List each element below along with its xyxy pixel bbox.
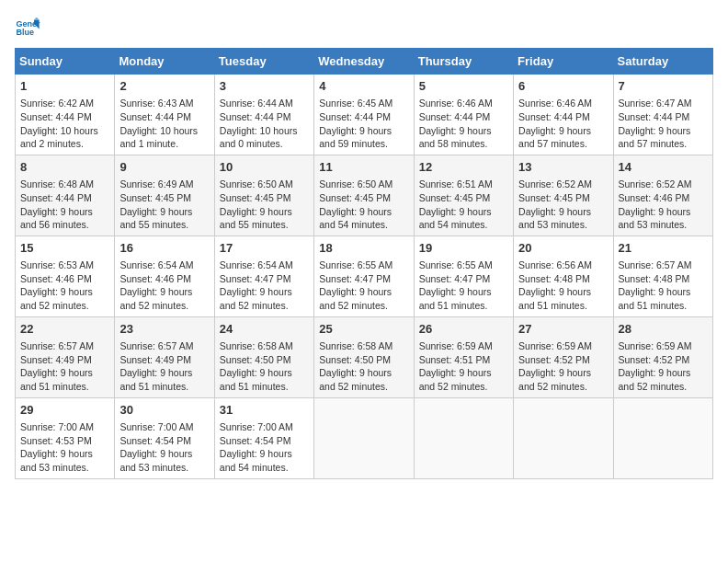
calendar-day-cell: 11Sunrise: 6:50 AMSunset: 4:45 PMDayligh… xyxy=(314,155,414,236)
day-number: 28 xyxy=(619,321,708,338)
calendar-day-cell: 30Sunrise: 7:00 AMSunset: 4:54 PMDayligh… xyxy=(115,397,214,478)
calendar-day-cell: 15Sunrise: 6:53 AMSunset: 4:46 PMDayligh… xyxy=(16,236,115,316)
day-number: 17 xyxy=(220,240,309,257)
calendar-day-cell: 24Sunrise: 6:58 AMSunset: 4:50 PMDayligh… xyxy=(214,316,313,397)
day-number: 26 xyxy=(419,321,508,338)
day-number: 12 xyxy=(419,159,508,176)
day-info: Sunrise: 6:59 AMSunset: 4:52 PMDaylight:… xyxy=(619,339,708,394)
calendar-day-cell xyxy=(314,397,414,478)
day-info: Sunrise: 7:00 AMSunset: 4:54 PMDaylight:… xyxy=(220,420,309,475)
day-info: Sunrise: 6:46 AMSunset: 4:44 PMDaylight:… xyxy=(518,97,608,151)
calendar-week-row: 8Sunrise: 6:48 AMSunset: 4:44 PMDaylight… xyxy=(16,155,713,236)
calendar-week-row: 1Sunrise: 6:42 AMSunset: 4:44 PMDaylight… xyxy=(16,75,713,155)
day-number: 15 xyxy=(20,240,109,257)
calendar-day-cell: 25Sunrise: 6:58 AMSunset: 4:50 PMDayligh… xyxy=(314,316,414,397)
calendar-day-header: Thursday xyxy=(414,49,513,75)
day-info: Sunrise: 6:52 AMSunset: 4:46 PMDaylight:… xyxy=(619,178,708,232)
day-info: Sunrise: 6:50 AMSunset: 4:45 PMDaylight:… xyxy=(319,178,408,232)
page-header: General Blue xyxy=(15,15,713,40)
day-number: 3 xyxy=(220,78,309,95)
day-info: Sunrise: 6:54 AMSunset: 4:46 PMDaylight:… xyxy=(119,259,209,313)
calendar-day-header: Friday xyxy=(514,49,613,75)
day-info: Sunrise: 6:49 AMSunset: 4:45 PMDaylight:… xyxy=(119,178,209,232)
day-info: Sunrise: 6:44 AMSunset: 4:44 PMDaylight:… xyxy=(220,97,309,151)
day-info: Sunrise: 6:58 AMSunset: 4:50 PMDaylight:… xyxy=(319,339,408,394)
calendar-day-cell: 1Sunrise: 6:42 AMSunset: 4:44 PMDaylight… xyxy=(16,75,115,155)
calendar-day-cell: 27Sunrise: 6:59 AMSunset: 4:52 PMDayligh… xyxy=(514,316,613,397)
calendar-day-cell: 3Sunrise: 6:44 AMSunset: 4:44 PMDaylight… xyxy=(214,75,313,155)
calendar-day-cell: 23Sunrise: 6:57 AMSunset: 4:49 PMDayligh… xyxy=(115,316,214,397)
day-info: Sunrise: 6:45 AMSunset: 4:44 PMDaylight:… xyxy=(319,97,408,151)
calendar-day-cell: 20Sunrise: 6:56 AMSunset: 4:48 PMDayligh… xyxy=(514,236,613,316)
calendar-day-header: Sunday xyxy=(16,49,115,75)
day-number: 18 xyxy=(319,240,408,257)
calendar-day-cell: 2Sunrise: 6:43 AMSunset: 4:44 PMDaylight… xyxy=(115,75,214,155)
day-info: Sunrise: 6:53 AMSunset: 4:46 PMDaylight:… xyxy=(20,259,109,313)
day-number: 14 xyxy=(619,159,708,176)
day-info: Sunrise: 6:52 AMSunset: 4:45 PMDaylight:… xyxy=(518,178,608,232)
day-info: Sunrise: 6:58 AMSunset: 4:50 PMDaylight:… xyxy=(220,339,309,394)
day-number: 24 xyxy=(220,321,309,338)
calendar-day-header: Monday xyxy=(115,49,214,75)
calendar-day-cell: 28Sunrise: 6:59 AMSunset: 4:52 PMDayligh… xyxy=(613,316,712,397)
day-number: 25 xyxy=(319,321,408,338)
calendar-day-cell: 22Sunrise: 6:57 AMSunset: 4:49 PMDayligh… xyxy=(16,316,115,397)
day-number: 6 xyxy=(518,78,608,95)
day-info: Sunrise: 6:54 AMSunset: 4:47 PMDaylight:… xyxy=(220,259,309,313)
day-number: 16 xyxy=(119,240,209,257)
calendar-day-cell: 12Sunrise: 6:51 AMSunset: 4:45 PMDayligh… xyxy=(414,155,513,236)
calendar-day-cell: 9Sunrise: 6:49 AMSunset: 4:45 PMDaylight… xyxy=(115,155,214,236)
calendar-day-cell: 10Sunrise: 6:50 AMSunset: 4:45 PMDayligh… xyxy=(214,155,313,236)
calendar-day-header: Tuesday xyxy=(214,49,313,75)
day-number: 22 xyxy=(20,321,109,338)
day-number: 1 xyxy=(20,78,109,95)
day-info: Sunrise: 6:55 AMSunset: 4:47 PMDaylight:… xyxy=(319,259,408,313)
day-info: Sunrise: 7:00 AMSunset: 4:53 PMDaylight:… xyxy=(20,420,109,475)
calendar-table: SundayMondayTuesdayWednesdayThursdayFrid… xyxy=(15,48,713,479)
calendar-day-header: Wednesday xyxy=(314,49,414,75)
calendar-day-cell: 31Sunrise: 7:00 AMSunset: 4:54 PMDayligh… xyxy=(214,397,313,478)
calendar-day-cell: 14Sunrise: 6:52 AMSunset: 4:46 PMDayligh… xyxy=(613,155,712,236)
day-number: 13 xyxy=(518,159,608,176)
calendar-header-row: SundayMondayTuesdayWednesdayThursdayFrid… xyxy=(16,49,713,75)
day-number: 29 xyxy=(20,402,109,419)
day-info: Sunrise: 6:56 AMSunset: 4:48 PMDaylight:… xyxy=(518,259,608,313)
day-number: 8 xyxy=(20,159,109,176)
day-info: Sunrise: 6:55 AMSunset: 4:47 PMDaylight:… xyxy=(419,259,508,313)
calendar-day-cell: 18Sunrise: 6:55 AMSunset: 4:47 PMDayligh… xyxy=(314,236,414,316)
calendar-day-cell: 19Sunrise: 6:55 AMSunset: 4:47 PMDayligh… xyxy=(414,236,513,316)
calendar-day-cell: 17Sunrise: 6:54 AMSunset: 4:47 PMDayligh… xyxy=(214,236,313,316)
calendar-day-cell: 29Sunrise: 7:00 AMSunset: 4:53 PMDayligh… xyxy=(16,397,115,478)
day-number: 7 xyxy=(619,78,708,95)
day-number: 20 xyxy=(518,240,608,257)
calendar-day-cell: 6Sunrise: 6:46 AMSunset: 4:44 PMDaylight… xyxy=(514,75,613,155)
day-info: Sunrise: 6:48 AMSunset: 4:44 PMDaylight:… xyxy=(20,178,109,232)
day-number: 9 xyxy=(119,159,209,176)
calendar-day-cell: 21Sunrise: 6:57 AMSunset: 4:48 PMDayligh… xyxy=(613,236,712,316)
day-info: Sunrise: 6:57 AMSunset: 4:49 PMDaylight:… xyxy=(119,339,209,394)
day-number: 30 xyxy=(119,402,209,419)
calendar-day-cell xyxy=(414,397,513,478)
calendar-day-cell: 26Sunrise: 6:59 AMSunset: 4:51 PMDayligh… xyxy=(414,316,513,397)
day-info: Sunrise: 6:59 AMSunset: 4:52 PMDaylight:… xyxy=(518,339,608,394)
calendar-day-cell: 8Sunrise: 6:48 AMSunset: 4:44 PMDaylight… xyxy=(16,155,115,236)
calendar-day-cell: 7Sunrise: 6:47 AMSunset: 4:44 PMDaylight… xyxy=(613,75,712,155)
logo: General Blue xyxy=(15,15,44,40)
day-number: 5 xyxy=(419,78,508,95)
calendar-day-cell xyxy=(613,397,712,478)
day-info: Sunrise: 6:59 AMSunset: 4:51 PMDaylight:… xyxy=(419,339,508,394)
day-info: Sunrise: 6:57 AMSunset: 4:48 PMDaylight:… xyxy=(619,259,708,313)
day-info: Sunrise: 7:00 AMSunset: 4:54 PMDaylight:… xyxy=(119,420,209,475)
day-number: 21 xyxy=(619,240,708,257)
calendar-week-row: 29Sunrise: 7:00 AMSunset: 4:53 PMDayligh… xyxy=(16,397,713,478)
calendar-day-cell: 16Sunrise: 6:54 AMSunset: 4:46 PMDayligh… xyxy=(115,236,214,316)
day-info: Sunrise: 6:46 AMSunset: 4:44 PMDaylight:… xyxy=(419,97,508,151)
day-number: 2 xyxy=(119,78,209,95)
day-number: 11 xyxy=(319,159,408,176)
day-number: 19 xyxy=(419,240,508,257)
day-info: Sunrise: 6:51 AMSunset: 4:45 PMDaylight:… xyxy=(419,178,508,232)
day-number: 31 xyxy=(220,402,309,419)
day-info: Sunrise: 6:47 AMSunset: 4:44 PMDaylight:… xyxy=(619,97,708,151)
svg-text:Blue: Blue xyxy=(16,28,34,37)
logo-icon: General Blue xyxy=(15,15,40,40)
